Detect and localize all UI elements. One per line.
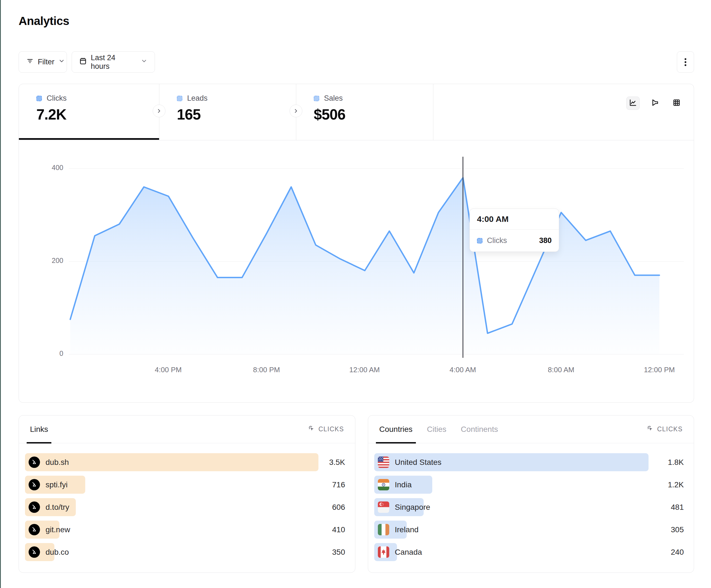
sales-legend-swatch bbox=[314, 96, 319, 101]
link-clicks-value: 3.5K bbox=[319, 458, 345, 467]
links-metric-selector[interactable]: CLICKS bbox=[308, 425, 344, 434]
country-row[interactable]: India 1.2K bbox=[374, 476, 684, 494]
link-clicks-value: 350 bbox=[319, 548, 345, 557]
funnel-icon bbox=[651, 98, 659, 108]
stats-row-divider bbox=[19, 140, 694, 140]
geo-panel: Countries Cities Continents CLICKS Unite… bbox=[368, 415, 694, 573]
sales-tab-value: $506 bbox=[314, 106, 433, 123]
table-view-button[interactable] bbox=[670, 96, 683, 110]
tab-sales[interactable]: Sales $506 bbox=[297, 84, 433, 140]
link-label: spti.fyi bbox=[45, 480, 67, 489]
link-clicks-value: 716 bbox=[319, 480, 345, 489]
leads-legend-swatch bbox=[177, 96, 182, 101]
y-axis-tick: 0 bbox=[34, 349, 63, 358]
india-flag-icon bbox=[378, 479, 389, 490]
chart-crosshair bbox=[462, 157, 464, 358]
tooltip-value: 380 bbox=[539, 236, 552, 245]
link-row[interactable]: dub.co 350 bbox=[25, 543, 345, 561]
chart-area-fill bbox=[70, 178, 659, 355]
date-range-button[interactable]: Last 24 hours bbox=[72, 51, 155, 73]
tab-countries[interactable]: Countries bbox=[379, 415, 413, 443]
country-clicks-value: 481 bbox=[657, 503, 684, 512]
funnel-view-button[interactable] bbox=[649, 96, 662, 110]
link-clicks-value: 410 bbox=[319, 525, 345, 534]
link-label: dub.sh bbox=[45, 458, 69, 467]
line-chart-view-button[interactable] bbox=[626, 96, 640, 110]
singapore-flag-icon bbox=[378, 501, 389, 513]
country-label: India bbox=[395, 480, 412, 489]
dub-logo-icon bbox=[28, 524, 40, 535]
country-clicks-value: 305 bbox=[657, 525, 684, 534]
geo-metric-selector[interactable]: CLICKS bbox=[647, 425, 683, 434]
tooltip-time: 4:00 AM bbox=[470, 209, 559, 230]
link-row[interactable]: spti.fyi 716 bbox=[25, 476, 345, 494]
country-label: Singapore bbox=[395, 503, 430, 512]
ireland-flag-icon bbox=[378, 524, 389, 535]
links-metric-label: CLICKS bbox=[319, 426, 344, 433]
x-axis-tick: 8:00 AM bbox=[548, 366, 574, 374]
tab-cities[interactable]: Cities bbox=[427, 415, 447, 443]
date-range-label: Last 24 hours bbox=[91, 53, 133, 71]
clicks-area-chart[interactable] bbox=[70, 155, 659, 375]
leads-tab-label: Leads bbox=[187, 94, 208, 103]
country-clicks-value: 240 bbox=[657, 548, 684, 557]
link-label: dub.co bbox=[45, 548, 69, 557]
analytics-page: Analytics Filter Last 24 hours bbox=[0, 0, 711, 588]
calendar-icon bbox=[79, 57, 87, 67]
link-row[interactable]: dub.sh 3.5K bbox=[25, 453, 345, 471]
dub-logo-icon bbox=[28, 479, 40, 490]
expand-clicks-chevron-button[interactable] bbox=[153, 105, 166, 117]
clicks-tab-label: Clicks bbox=[47, 94, 67, 103]
cursor-click-icon bbox=[647, 425, 654, 434]
dub-logo-icon bbox=[28, 546, 40, 558]
canada-flag-icon bbox=[378, 546, 389, 558]
clicks-tab-value: 7.2K bbox=[36, 106, 159, 123]
cities-tab-label: Cities bbox=[427, 425, 447, 434]
active-tab-underline bbox=[19, 138, 159, 140]
countries-tab-label: Countries bbox=[379, 425, 413, 434]
country-row[interactable]: Ireland 305 bbox=[374, 521, 684, 539]
us-flag-icon bbox=[378, 456, 389, 468]
link-label: d.to/try bbox=[45, 503, 69, 512]
x-axis-tick: 4:00 AM bbox=[450, 366, 476, 374]
leads-tab-value: 165 bbox=[177, 106, 296, 123]
link-row[interactable]: git.new 410 bbox=[25, 521, 345, 539]
sales-tab-label: Sales bbox=[324, 94, 343, 103]
clicks-legend-swatch bbox=[36, 96, 42, 101]
country-row[interactable]: Singapore 481 bbox=[374, 498, 684, 516]
country-label: United States bbox=[395, 458, 441, 467]
link-row[interactable]: d.to/try 606 bbox=[25, 498, 345, 516]
tooltip-series-label: Clicks bbox=[487, 236, 535, 245]
filter-button[interactable]: Filter bbox=[19, 51, 67, 73]
chevron-down-icon bbox=[141, 58, 147, 66]
page-title: Analytics bbox=[19, 15, 69, 28]
country-row[interactable]: Canada 240 bbox=[374, 543, 684, 561]
stat-divider bbox=[433, 84, 433, 140]
chart-tooltip: 4:00 AM Clicks 380 bbox=[470, 208, 559, 252]
country-clicks-value: 1.2K bbox=[657, 480, 684, 489]
kebab-menu-icon bbox=[681, 58, 690, 67]
filter-button-label: Filter bbox=[38, 58, 55, 66]
dub-logo-icon bbox=[28, 501, 40, 513]
links-panel: Links CLICKS dub.sh 3.5K spti.fyi bbox=[19, 415, 356, 573]
country-clicks-value: 1.8K bbox=[657, 458, 684, 467]
expand-leads-chevron-button[interactable] bbox=[289, 105, 302, 117]
continents-tab-label: Continents bbox=[461, 425, 498, 434]
tab-clicks[interactable]: Clicks 7.2K bbox=[19, 84, 159, 140]
tab-leads[interactable]: Leads 165 bbox=[159, 84, 296, 140]
more-options-button[interactable] bbox=[677, 51, 694, 73]
x-axis-tick: 4:00 PM bbox=[155, 366, 182, 374]
tab-links[interactable]: Links bbox=[30, 415, 48, 443]
link-clicks-value: 606 bbox=[319, 503, 345, 512]
y-axis-tick: 400 bbox=[34, 164, 63, 172]
x-axis-tick: 8:00 PM bbox=[253, 366, 280, 374]
country-row[interactable]: United States 1.8K bbox=[374, 453, 684, 471]
y-axis-tick: 200 bbox=[34, 256, 63, 265]
country-label: Ireland bbox=[395, 525, 419, 534]
tooltip-legend-swatch bbox=[477, 238, 482, 244]
x-axis-tick: 12:00 PM bbox=[644, 366, 675, 374]
link-label: git.new bbox=[45, 525, 70, 534]
tab-continents[interactable]: Continents bbox=[461, 415, 498, 443]
geo-metric-label: CLICKS bbox=[657, 426, 683, 433]
country-label: Canada bbox=[395, 548, 422, 557]
